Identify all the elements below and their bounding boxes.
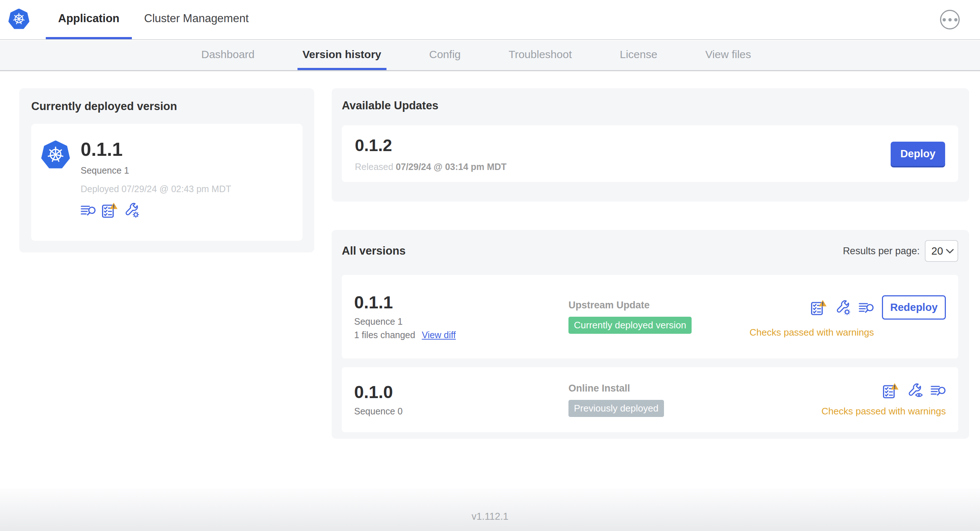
currently-deployed-badge: Currently deployed version bbox=[568, 317, 692, 334]
row-version-number: 0.1.1 bbox=[354, 293, 568, 312]
version-row-0-1-0: 0.1.0 Sequence 0 Online Install Previous… bbox=[342, 367, 958, 432]
ellipsis-menu-button[interactable] bbox=[940, 10, 960, 29]
current-version-panel: 0.1.1 Sequence 1 Deployed 07/29/24 @ 02:… bbox=[31, 124, 302, 241]
deployed-timestamp: Deployed 07/29/24 @ 02:43 pm MDT bbox=[81, 184, 231, 194]
wrench-eye-icon[interactable] bbox=[907, 383, 923, 398]
available-updates-title: Available Updates bbox=[342, 99, 958, 112]
previously-deployed-badge: Previously deployed bbox=[568, 400, 664, 417]
current-version-number: 0.1.1 bbox=[81, 139, 231, 159]
released-prefix: Released bbox=[355, 162, 396, 172]
wrench-gear-icon[interactable] bbox=[124, 202, 140, 218]
kubernetes-logo-icon bbox=[8, 9, 30, 30]
currently-deployed-card: Currently deployed version 0.1.1 Sequenc… bbox=[19, 88, 314, 253]
kots-admin-console: Application Cluster Management Dashboard… bbox=[0, 0, 980, 531]
ellipsis-dot bbox=[954, 18, 958, 21]
subtab-troubleshoot[interactable]: Troubleshoot bbox=[503, 41, 577, 70]
log-search-icon[interactable] bbox=[931, 383, 946, 398]
app-sub-nav: Dashboard Version history Config Trouble… bbox=[0, 41, 980, 71]
top-tab-bar: Application Cluster Management bbox=[46, 0, 261, 39]
available-updates-card: Available Updates 0.1.2 Released 07/29/2… bbox=[332, 88, 969, 202]
subtab-version-history[interactable]: Version history bbox=[298, 41, 387, 70]
currently-deployed-title: Currently deployed version bbox=[31, 100, 302, 113]
subtab-license[interactable]: License bbox=[614, 41, 662, 70]
released-date: 07/29/24 @ 03:14 pm MDT bbox=[396, 162, 507, 172]
redeploy-button[interactable]: Redeploy bbox=[882, 295, 946, 320]
current-sequence: Sequence 1 bbox=[81, 165, 231, 176]
version-row-0-1-1: 0.1.1 Sequence 1 1 files changed View di… bbox=[342, 275, 958, 358]
console-version-text: v1.112.1 bbox=[471, 511, 509, 522]
footer: v1.112.1 bbox=[0, 488, 980, 531]
log-search-icon[interactable] bbox=[81, 203, 96, 218]
ellipsis-dot bbox=[943, 18, 946, 21]
wrench-gear-icon[interactable] bbox=[835, 300, 851, 315]
tab-application[interactable]: Application bbox=[46, 0, 132, 39]
version-source-label: Online Install bbox=[568, 383, 822, 394]
row-version-number: 0.1.0 bbox=[354, 383, 568, 402]
update-row: 0.1.2 Released 07/29/24 @ 03:14 pm MDT D… bbox=[342, 125, 958, 182]
preflight-checklist-warning-icon[interactable] bbox=[811, 300, 827, 315]
subtab-view-files[interactable]: View files bbox=[700, 41, 756, 70]
released-timestamp: Released 07/29/24 @ 03:14 pm MDT bbox=[355, 162, 507, 172]
top-bar: Application Cluster Management bbox=[0, 0, 980, 40]
tab-cluster-management[interactable]: Cluster Management bbox=[132, 0, 261, 39]
checks-status-text[interactable]: Checks passed with warnings bbox=[822, 406, 946, 417]
ellipsis-dot bbox=[948, 18, 952, 21]
results-per-page-select[interactable]: 20 bbox=[925, 240, 958, 262]
update-version-number: 0.1.2 bbox=[355, 135, 507, 155]
subtab-config[interactable]: Config bbox=[424, 41, 466, 70]
log-search-icon[interactable] bbox=[859, 300, 874, 315]
checks-status-text[interactable]: Checks passed with warnings bbox=[750, 327, 874, 338]
version-source-label: Upstream Update bbox=[568, 300, 750, 311]
results-per-page: Results per page: 20 bbox=[843, 240, 958, 262]
row-sequence: Sequence 0 bbox=[354, 406, 568, 417]
all-versions-title: All versions bbox=[342, 245, 406, 258]
results-per-page-label: Results per page: bbox=[843, 245, 920, 257]
preflight-checklist-warning-icon[interactable] bbox=[102, 202, 118, 218]
preflight-checklist-warning-icon[interactable] bbox=[883, 383, 899, 398]
view-diff-link[interactable]: View diff bbox=[422, 330, 456, 340]
subtab-dashboard[interactable]: Dashboard bbox=[196, 41, 260, 70]
row-sequence: Sequence 1 bbox=[354, 316, 568, 327]
all-versions-card: All versions Results per page: 20 0.1.1 … bbox=[332, 230, 969, 439]
kubernetes-app-icon bbox=[41, 141, 70, 170]
files-changed-text: 1 files changed bbox=[354, 330, 415, 340]
deploy-button[interactable]: Deploy bbox=[891, 141, 945, 166]
